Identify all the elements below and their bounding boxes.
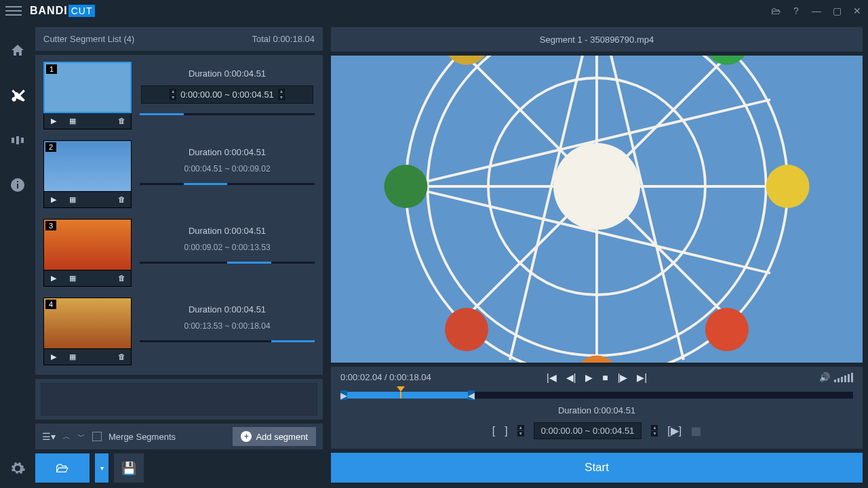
segment-thumbnail[interactable]: 3 xyxy=(43,219,132,270)
open-folder-icon[interactable]: 🗁 xyxy=(770,5,781,16)
segment-grid-icon[interactable]: ▦ xyxy=(63,117,82,125)
mark-out-button[interactable]: ] xyxy=(505,425,507,437)
brand-a: BANDI xyxy=(30,5,68,16)
timeline-handle-end[interactable]: ◀ xyxy=(468,390,475,400)
rail-home[interactable] xyxy=(9,42,26,60)
menu-icon[interactable] xyxy=(5,3,22,19)
segment-number: 3 xyxy=(45,221,56,230)
close-icon[interactable]: ✕ xyxy=(852,5,863,16)
segment-list-title: Cutter Segment List (4) xyxy=(43,34,134,44)
segment-duration: Duration 0:00:04.51 xyxy=(140,304,315,314)
seg-start-up[interactable]: ▲ xyxy=(170,89,176,94)
app-brand: BANDICUT xyxy=(30,5,95,17)
minimize-icon[interactable]: — xyxy=(811,5,822,16)
segment-row[interactable]: 1 ▶ ▦ 🗑 Duration 0:00:04.51 ▲▼0:00:00.00… xyxy=(41,59,317,135)
segment-delete-icon[interactable]: 🗑 xyxy=(112,352,131,361)
segment-play-icon[interactable]: ▶ xyxy=(44,117,63,125)
range-start-up[interactable]: ▲ xyxy=(517,425,524,430)
playback-controls: 0:00:02.04 / 0:00:18.04 |◀ ◀| ▶ ■ |▶ ▶| … xyxy=(331,367,863,449)
rail-settings[interactable] xyxy=(9,460,26,477)
segment-thumbnail[interactable]: 2 xyxy=(43,140,132,192)
segment-range: 0:00:13.53 ~ 0:00:18.04 xyxy=(140,321,315,331)
add-segment-button[interactable]: + Add segment xyxy=(233,427,316,446)
rail-info[interactable] xyxy=(9,176,26,194)
segment-progress xyxy=(140,262,315,264)
brand-b: CUT xyxy=(68,5,96,17)
start-button[interactable]: Start xyxy=(331,453,863,483)
move-up-icon[interactable]: ︿ xyxy=(62,431,71,443)
timeline-handle-start[interactable]: ▶ xyxy=(340,390,347,400)
segment-total: Total 0:00:18.04 xyxy=(252,34,315,44)
snapshot-button[interactable]: ▦ xyxy=(691,424,701,437)
volume-icon[interactable]: 🔊 xyxy=(819,372,830,382)
help-icon[interactable]: ? xyxy=(791,5,802,16)
rail-join[interactable] xyxy=(9,131,26,149)
move-down-icon[interactable]: ﹀ xyxy=(77,431,85,443)
segment-grid-icon[interactable]: ▦ xyxy=(63,274,82,283)
play-button[interactable]: ▶ xyxy=(585,372,593,383)
segment-row[interactable]: 2 ▶ ▦ 🗑 Duration 0:00:04.51 0:00:04.51 ~… xyxy=(41,138,317,214)
segment-play-icon[interactable]: ▶ xyxy=(44,274,63,283)
stop-button[interactable]: ■ xyxy=(602,372,608,383)
segment-play-icon[interactable]: ▶ xyxy=(44,352,63,361)
right-panel: Segment 1 - 350896790.mp4 0:00:02. xyxy=(327,22,868,488)
open-file-button[interactable]: 🗁 xyxy=(35,453,90,483)
titlebar: BANDICUT 🗁 ? — ▢ ✕ xyxy=(0,0,868,22)
svg-rect-2 xyxy=(17,181,18,182)
list-menu-icon[interactable]: ☰▾ xyxy=(42,431,56,442)
next-segment-button[interactable]: ▶| xyxy=(637,372,647,383)
selection-range: 0:00:00.00 ~ 0:00:04.51 xyxy=(541,426,635,436)
seg-end-down[interactable]: ▼ xyxy=(278,95,285,100)
save-button[interactable]: 💾 xyxy=(114,453,144,483)
segment-row[interactable]: 4 ▶ ▦ 🗑 Duration 0:00:04.51 0:00:13.53 ~… xyxy=(41,295,317,371)
timeline[interactable]: ▶ ◀ xyxy=(340,392,853,399)
segment-grid-icon[interactable]: ▦ xyxy=(63,352,82,361)
segment-thumbnail[interactable]: 1 xyxy=(43,62,132,113)
range-start-down[interactable]: ▼ xyxy=(517,431,524,436)
segment-progress xyxy=(140,183,315,185)
range-end-down[interactable]: ▼ xyxy=(651,431,658,436)
segment-duration: Duration 0:00:04.51 xyxy=(140,226,315,236)
range-end-up[interactable]: ▲ xyxy=(651,425,658,430)
add-segment-label: Add segment xyxy=(256,432,308,442)
segment-grid-icon[interactable]: ▦ xyxy=(63,195,82,204)
segment-row[interactable]: 3 ▶ ▦ 🗑 Duration 0:00:04.51 0:00:09.02 ~… xyxy=(41,216,317,292)
step-back-button[interactable]: ◀| xyxy=(566,372,576,383)
preview-artwork xyxy=(380,56,814,363)
empty-segment-slot[interactable] xyxy=(41,383,317,415)
seg-start-down[interactable]: ▼ xyxy=(170,95,176,100)
segment-delete-icon[interactable]: 🗑 xyxy=(112,274,131,282)
playback-time: 0:00:02.04 / 0:00:18.04 xyxy=(340,372,431,382)
left-panel: Cutter Segment List (4) Total 0:00:18.04… xyxy=(35,22,327,488)
rail-cut[interactable] xyxy=(9,87,26,104)
maximize-icon[interactable]: ▢ xyxy=(831,5,842,16)
segment-progress xyxy=(140,340,315,342)
svg-point-21 xyxy=(384,165,427,208)
segment-thumbnail[interactable]: 4 xyxy=(43,298,132,349)
segment-list: 1 ▶ ▦ 🗑 Duration 0:00:04.51 ▲▼0:00:00.00… xyxy=(35,55,323,375)
play-selection-button[interactable]: [▶] xyxy=(667,424,682,437)
volume-slider[interactable] xyxy=(834,373,853,382)
start-label: Start xyxy=(585,461,609,474)
svg-point-19 xyxy=(575,356,618,363)
segment-duration: Duration 0:00:04.51 xyxy=(140,68,315,79)
segment-list-footer: ☰▾ ︿ ﹀ Merge Segments + Add segment xyxy=(35,424,323,450)
timeline-playhead[interactable] xyxy=(400,392,401,399)
selection-duration: Duration 0:00:04.51 xyxy=(558,405,635,415)
video-preview[interactable] xyxy=(331,56,863,363)
prev-segment-button[interactable]: |◀ xyxy=(547,372,557,383)
side-rail xyxy=(0,22,35,488)
seg-end-up[interactable]: ▲ xyxy=(278,89,285,94)
segment-duration: Duration 0:00:04.51 xyxy=(140,147,315,157)
segment-delete-icon[interactable]: 🗑 xyxy=(112,195,131,203)
preview-header: Segment 1 - 350896790.mp4 xyxy=(331,27,863,52)
segment-range: 0:00:09.02 ~ 0:00:13.53 xyxy=(140,243,315,252)
segment-play-icon[interactable]: ▶ xyxy=(44,195,63,204)
merge-checkbox[interactable] xyxy=(92,432,102,441)
segment-number: 4 xyxy=(45,300,56,309)
segment-delete-icon[interactable]: 🗑 xyxy=(112,117,131,125)
mark-in-button[interactable]: [ xyxy=(492,425,495,437)
svg-point-18 xyxy=(705,308,749,351)
step-fwd-button[interactable]: |▶ xyxy=(618,372,628,383)
open-file-dropdown[interactable]: ▾ xyxy=(95,453,108,483)
